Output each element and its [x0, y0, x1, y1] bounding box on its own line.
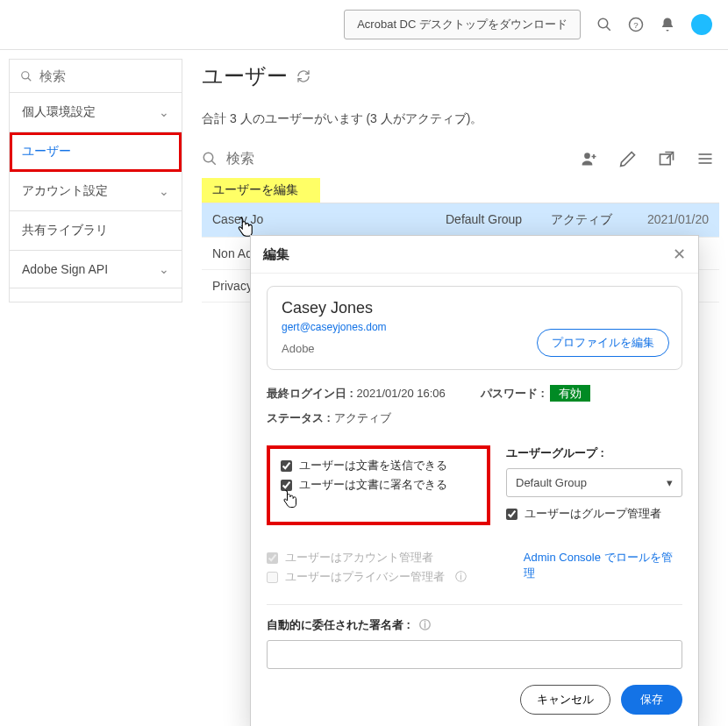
info-icon[interactable]: ⓘ — [419, 617, 431, 633]
summary-text: 合計 3 人のユーザーがいます (3 人がアクティブ)。 — [202, 111, 719, 127]
sidebar-item-shared-library[interactable]: 共有ライブラリ — [10, 211, 182, 251]
status-line: ステータス : アクティブ — [267, 410, 682, 426]
search-icon — [202, 151, 218, 167]
svg-point-6 — [203, 153, 213, 162]
privacy-admin-checkbox: ユーザーはプライバシー管理者 ⓘ — [267, 569, 489, 585]
edit-icon[interactable] — [619, 150, 637, 167]
sidebar-item-users[interactable]: ユーザー — [10, 132, 182, 172]
search-icon[interactable] — [596, 17, 612, 32]
sidebar-item-label: 共有ライブラリ — [22, 223, 108, 238]
profile-card: Casey Jones gert@caseyjones.dom Adobe プロ… — [267, 286, 682, 370]
search-icon — [20, 69, 32, 83]
sidebar-search-input[interactable] — [39, 68, 171, 83]
close-icon[interactable]: ✕ — [673, 245, 686, 264]
download-acrobat-button[interactable]: Acrobat DC デスクトップをダウンロード — [344, 10, 581, 39]
add-user-icon[interactable] — [581, 150, 598, 167]
avatar[interactable] — [691, 14, 712, 35]
svg-line-5 — [28, 77, 31, 80]
menu-icon[interactable] — [696, 150, 714, 167]
export-icon[interactable] — [658, 150, 675, 167]
admin-console-link[interactable]: Admin Console でロールを管理 — [524, 550, 682, 588]
sidebar-item-label: ユーザー — [22, 144, 71, 160]
user-search-input[interactable] — [226, 151, 402, 167]
profile-name: Casey Jones — [282, 299, 667, 317]
auto-signer-label: 自動的に委任された署名者 : ⓘ — [267, 617, 431, 633]
cancel-button[interactable]: キャンセル — [520, 685, 610, 715]
svg-line-7 — [211, 160, 216, 165]
edit-user-highlight: ユーザーを編集 — [202, 178, 320, 203]
sidebar-item-account-settings[interactable]: アカウント設定 ⌄ — [10, 172, 182, 211]
svg-point-4 — [22, 71, 29, 78]
svg-text:?: ? — [633, 20, 639, 30]
sidebar-item-label: 個人環境設定 — [22, 104, 96, 120]
svg-point-8 — [584, 153, 590, 159]
sidebar-item-personal-settings[interactable]: 個人環境設定 ⌄ — [10, 93, 182, 132]
svg-point-0 — [598, 18, 608, 28]
cell-date: 2021/01/20 — [630, 212, 709, 228]
cell-status: アクティブ — [551, 212, 630, 228]
edit-profile-button[interactable]: プロファイルを編集 — [537, 329, 669, 357]
bell-icon[interactable] — [660, 17, 675, 32]
group-admin-checkbox[interactable]: ユーザーはグループ管理者 — [506, 506, 682, 522]
caret-down-icon: ▾ — [667, 476, 673, 489]
user-search[interactable] — [202, 151, 570, 167]
sidebar-item-label: アカウント設定 — [22, 183, 108, 199]
svg-line-1 — [606, 26, 610, 31]
last-login: 最終ログイン日 : 2021/01/20 16:06 — [267, 386, 446, 402]
auto-signer-input[interactable] — [267, 640, 682, 669]
page-title: ユーザー — [202, 62, 719, 90]
sidebar-search[interactable] — [10, 60, 182, 93]
password-badge: 有効 — [550, 385, 590, 402]
help-icon[interactable]: ? — [628, 17, 644, 32]
cell-group: Default Group — [446, 212, 551, 228]
password-status: パスワード :有効 — [481, 386, 590, 402]
perm-sign-checkbox[interactable]: ユーザーは文書に署名できる — [281, 477, 476, 493]
save-button[interactable]: 保存 — [621, 685, 682, 715]
edit-user-modal: 編集 ✕ Casey Jones gert@caseyjones.dom Ado… — [250, 235, 699, 726]
chevron-down-icon: ⌄ — [159, 262, 169, 276]
account-admin-checkbox: ユーザーはアカウント管理者 — [267, 550, 489, 566]
chevron-down-icon: ⌄ — [159, 184, 169, 198]
refresh-icon[interactable] — [296, 69, 310, 83]
sidebar: 個人環境設定 ⌄ ユーザー アカウント設定 ⌄ 共有ライブラリ Adobe Si… — [9, 59, 182, 302]
cell-name: Casey Jo — [212, 212, 446, 228]
permissions-box: ユーザーは文書を送信できる ユーザーは文書に署名できる — [267, 445, 490, 525]
sidebar-item-label: Adobe Sign API — [22, 262, 108, 276]
table-row[interactable]: Casey Jo Default Group アクティブ 2021/01/20 — [202, 203, 719, 238]
sidebar-item-adobe-sign-api[interactable]: Adobe Sign API ⌄ — [10, 251, 182, 288]
info-icon[interactable]: ⓘ — [455, 569, 467, 585]
group-select[interactable]: Default Group ▾ — [506, 468, 682, 497]
chevron-down-icon: ⌄ — [159, 105, 169, 119]
perm-send-checkbox[interactable]: ユーザーは文書を送信できる — [281, 458, 476, 473]
modal-title: 編集 — [263, 246, 289, 263]
group-label: ユーザーグループ : — [506, 445, 682, 461]
